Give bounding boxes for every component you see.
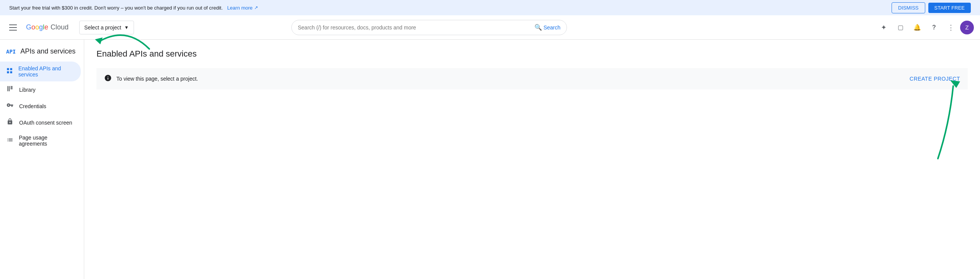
sidebar-item-credentials[interactable]: Credentials	[0, 98, 81, 114]
svg-marker-9	[95, 40, 103, 44]
logo-o2: o	[35, 23, 39, 31]
sidebar-item-page-usage[interactable]: Page usage agreements	[0, 131, 81, 151]
sidebar-item-oauth-label: OAuth consent screen	[19, 120, 72, 126]
more-options-button[interactable]: ⋮	[943, 20, 959, 35]
api-badge: API	[6, 49, 16, 55]
search-button[interactable]: 🔍 Search	[534, 24, 560, 31]
search-button-label: Search	[544, 24, 560, 31]
notifications-button[interactable]: 🔔	[910, 20, 925, 35]
list-icon	[6, 136, 13, 145]
sidebar-item-oauth[interactable]: OAuth consent screen	[0, 114, 81, 131]
oauth-icon	[6, 118, 14, 127]
google-logo-text: Google	[26, 23, 48, 31]
help-button[interactable]: ?	[926, 20, 942, 35]
banner-actions: DISMISS START FREE	[892, 2, 971, 13]
logo-o1: o	[31, 23, 35, 31]
bell-icon: 🔔	[913, 24, 921, 31]
logo-g: G	[26, 23, 31, 31]
hamburger-line-1	[9, 24, 17, 25]
cloud-shell-button[interactable]: ▢	[893, 20, 908, 35]
user-avatar-button[interactable]: Z	[960, 21, 974, 34]
sidebar-item-page-usage-label: Page usage agreements	[19, 135, 75, 147]
svg-rect-1	[10, 68, 12, 70]
help-icon: ?	[932, 24, 936, 31]
main-layout: API APIs and services Enabled APIs and s…	[0, 40, 980, 279]
info-banner: To view this page, select a project. CRE…	[96, 68, 968, 89]
search-icon: 🔍	[534, 24, 542, 31]
sidebar-item-enabled-apis-label: Enabled APIs and services	[18, 65, 75, 78]
dismiss-button[interactable]: DISMISS	[892, 2, 925, 13]
svg-rect-0	[7, 68, 9, 70]
svg-rect-3	[10, 71, 12, 73]
logo-e: e	[44, 23, 48, 31]
search-bar: 🔍 Search	[291, 20, 567, 35]
banner-message: Start your free trial with $300 in credi…	[9, 5, 223, 11]
cloud-text: Cloud	[51, 23, 69, 31]
svg-rect-6	[11, 86, 13, 87]
sidebar-item-credentials-label: Credentials	[19, 103, 46, 109]
more-vert-icon: ⋮	[947, 23, 955, 32]
sidebar-item-library[interactable]: Library	[0, 81, 81, 98]
header-right-actions: ✦ ▢ 🔔 ? ⋮ Z	[876, 20, 974, 35]
sidebar-item-enabled-apis[interactable]: Enabled APIs and services	[0, 62, 81, 81]
create-project-link[interactable]: CREATE PROJECT	[910, 76, 960, 82]
search-input[interactable]	[298, 24, 531, 31]
external-link-icon: ↗	[254, 5, 258, 10]
logo-g2: g	[39, 23, 43, 31]
info-icon	[104, 74, 112, 83]
sidebar-header: API APIs and services	[0, 43, 84, 62]
hamburger-menu-button[interactable]	[6, 21, 20, 34]
avatar-initial: Z	[965, 24, 969, 31]
svg-rect-2	[7, 71, 9, 73]
learn-more-link[interactable]: Learn more	[227, 5, 252, 11]
info-message-text: To view this page, select a project.	[116, 76, 198, 82]
svg-rect-7	[11, 87, 13, 88]
banner-text: Start your free trial with $300 in credi…	[9, 5, 258, 11]
hamburger-line-2	[9, 27, 17, 28]
sidebar-title: APIs and services	[20, 47, 75, 55]
svg-rect-5	[9, 86, 10, 91]
key-icon	[6, 102, 14, 110]
sparkle-button[interactable]: ✦	[876, 20, 891, 35]
svg-rect-8	[11, 88, 13, 89]
sidebar: API APIs and services Enabled APIs and s…	[0, 40, 84, 279]
chevron-down-icon: ▼	[124, 25, 129, 30]
sidebar-item-library-label: Library	[19, 87, 36, 93]
google-cloud-logo[interactable]: Google Cloud	[26, 23, 69, 31]
top-banner: Start your free trial with $300 in credi…	[0, 0, 980, 15]
terminal-icon: ▢	[898, 24, 903, 31]
main-content: Enabled APIs and services To view this p…	[84, 40, 980, 279]
page-title: Enabled APIs and services	[96, 49, 968, 59]
svg-rect-4	[7, 86, 8, 91]
hamburger-line-3	[9, 30, 17, 31]
project-selector-button[interactable]: Select a project ▼	[79, 21, 134, 34]
project-selector-label: Select a project	[84, 24, 121, 31]
sparkle-icon: ✦	[881, 23, 887, 32]
start-free-button[interactable]: START FREE	[928, 3, 971, 13]
library-icon	[6, 85, 14, 94]
header: Google Cloud Select a project ▼ 🔍 Search…	[0, 15, 980, 40]
grid-icon	[6, 67, 13, 76]
